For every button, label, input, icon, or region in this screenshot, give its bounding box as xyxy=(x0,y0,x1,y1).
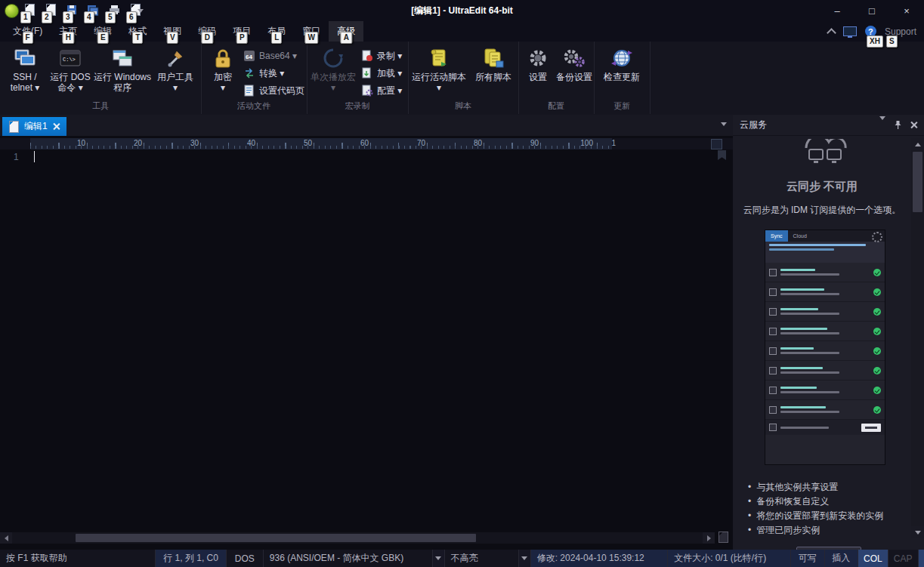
backup-gears-icon xyxy=(563,45,586,72)
ultraedit-window: { "titlebar": { "title": "[编辑1] - UltraE… xyxy=(0,0,924,567)
tab-advanced[interactable]: 高级A xyxy=(329,21,363,42)
vscroll-thumb[interactable] xyxy=(913,152,922,212)
tab-view[interactable]: 视图V xyxy=(155,21,190,42)
resize-grip xyxy=(919,550,924,567)
status-line-ending[interactable]: DOS xyxy=(227,550,264,567)
browse-file-icon[interactable] xyxy=(718,532,728,543)
keytip-badge: F xyxy=(23,32,33,44)
all-scripts-button[interactable]: 所有脚本 xyxy=(471,44,515,100)
thumb-tab-bar: Sync Cloud xyxy=(765,230,885,242)
list-item: 将您的设置部署到新安装的实例 xyxy=(748,509,906,523)
run-dos-command-button[interactable]: C:\> 运行 DOS 命令 ▾ xyxy=(48,44,92,100)
play-macro-icon xyxy=(322,45,345,72)
tab-layout[interactable]: 布局L xyxy=(259,21,294,42)
document-tab-edit1[interactable]: 编辑1 xyxy=(2,117,66,136)
run-active-script-button[interactable]: 运行活动脚本 ▾ xyxy=(409,44,468,100)
base64-button[interactable]: 64 Base64 ▾ xyxy=(243,48,297,63)
list-item: 管理已同步实例 xyxy=(748,523,906,538)
ssh-telnet-button[interactable]: SSH / telnet ▾ xyxy=(3,44,47,100)
qat-new-file-button[interactable]: 1 xyxy=(23,3,36,17)
qat-open-file-button[interactable]: 2 xyxy=(44,3,57,17)
tab-file[interactable]: 文件(F)F xyxy=(5,21,51,42)
display-layout-icon[interactable] xyxy=(843,26,857,36)
group-label-scripts: 脚本 xyxy=(408,100,518,112)
support-link[interactable]: SupportS xyxy=(885,26,916,37)
collapse-ribbon-button[interactable] xyxy=(828,27,835,36)
status-col-toggle[interactable]: COL xyxy=(858,550,888,567)
panel-title: 云服务 xyxy=(740,119,767,131)
qat-save-all-button[interactable]: 4 xyxy=(86,3,100,17)
highlight-dropdown-button[interactable] xyxy=(519,550,531,567)
windows-program-icon xyxy=(111,45,134,72)
settings-button[interactable]: 设置 xyxy=(521,44,555,100)
thumb-info-strip xyxy=(765,242,885,263)
user-tools-button[interactable]: 用户工具 ▾ xyxy=(153,44,198,100)
tab-window[interactable]: 窗口W xyxy=(294,21,329,42)
hscroll-track[interactable] xyxy=(12,532,703,544)
ruler-number: 50 xyxy=(291,139,312,147)
list-item: 与其他实例共享设置 xyxy=(748,480,906,495)
macro-config-button[interactable]: 配置 ▾ xyxy=(361,83,402,98)
close-panel-icon[interactable] xyxy=(910,122,917,128)
keytip-badge: 2 xyxy=(42,11,52,23)
qat-save-button[interactable]: 3 xyxy=(65,3,79,17)
keytip-badge: V xyxy=(167,32,178,44)
run-script-icon xyxy=(428,45,450,72)
hscroll-thumb[interactable] xyxy=(76,534,476,542)
pin-icon[interactable] xyxy=(894,120,902,130)
cloud-sync-illustration xyxy=(783,139,874,177)
panel-menu-button[interactable] xyxy=(879,120,885,131)
check-updates-button[interactable]: 检查更新 xyxy=(597,44,647,100)
tab-home[interactable]: 主页H xyxy=(51,21,85,42)
minimize-button[interactable]: – xyxy=(820,0,854,21)
tab-coding[interactable]: 编码D xyxy=(190,21,224,42)
vertical-scrollbar[interactable] xyxy=(911,138,924,538)
globe-update-icon xyxy=(610,45,633,72)
status-cap-toggle[interactable]: CAP xyxy=(888,550,919,567)
backup-settings-button[interactable]: 备份设置 xyxy=(556,44,592,100)
keytip-badge: T xyxy=(132,32,143,44)
scroll-up-button[interactable] xyxy=(911,138,924,150)
tab-project[interactable]: 项目P xyxy=(224,21,259,42)
ruler-number: 90 xyxy=(518,139,539,147)
convert-button[interactable]: 转换 ▾ xyxy=(243,66,284,81)
encoding-dropdown-button[interactable] xyxy=(433,550,445,567)
close-tab-icon[interactable] xyxy=(53,123,60,130)
ruler-number: 20 xyxy=(121,139,142,147)
arrow-left-icon xyxy=(5,535,8,541)
ultraedit-logo-icon xyxy=(5,4,19,18)
qat-customize-button[interactable] xyxy=(138,9,143,13)
chevron-down-icon xyxy=(138,9,144,13)
group-label-update: 更新 xyxy=(594,100,650,112)
status-writable-toggle[interactable]: 可写 xyxy=(791,550,824,567)
status-insert-toggle[interactable]: 插入 xyxy=(825,550,858,567)
tab-edit[interactable]: 编辑E xyxy=(85,21,120,42)
scroll-down-button[interactable] xyxy=(911,526,924,538)
set-codepage-button[interactable]: 设置代码页 xyxy=(243,83,304,98)
ribbon-group-macro: 单次播放宏 ▾ 录制 ▾ 加载 ▾ 配置 ▾ 宏录制 xyxy=(307,42,409,114)
qat-print-button[interactable]: 5 xyxy=(107,3,121,17)
codepage-icon xyxy=(243,85,255,97)
ribbon-group-active-file: 加密 ▾ 64 Base64 ▾ 转换 ▾ 设置代码页 活动文件 xyxy=(201,42,307,114)
ssh-telnet-icon xyxy=(14,45,36,72)
status-encoding[interactable]: 936 (ANSI/OEM - 简体中文 GBK) xyxy=(264,550,433,567)
record-macro-button[interactable]: 录制 ▾ xyxy=(361,48,402,63)
ribbon-group-update: 检查更新 更新 xyxy=(594,42,651,114)
run-windows-program-button[interactable]: 运行 Windows 程序 xyxy=(94,44,151,100)
ruler-options-icon[interactable] xyxy=(711,139,722,149)
horizontal-scrollbar[interactable] xyxy=(0,532,715,544)
help-button[interactable]: ?XH xyxy=(865,26,876,37)
tab-format[interactable]: 格式T xyxy=(120,21,155,42)
thumb-footer xyxy=(765,420,885,435)
status-highlight-mode[interactable]: 不高亮 xyxy=(445,550,519,567)
scroll-right-button[interactable] xyxy=(703,532,715,544)
load-macro-button[interactable]: 加载 ▾ xyxy=(361,66,402,81)
tab-list-button[interactable] xyxy=(721,122,727,126)
scroll-left-button[interactable] xyxy=(0,532,12,544)
encrypt-button[interactable]: 加密 ▾ xyxy=(206,44,240,100)
maximize-button[interactable]: □ xyxy=(854,0,889,21)
chevron-down-icon xyxy=(435,556,441,560)
play-macro-once-button[interactable]: 单次播放宏 ▾ xyxy=(308,44,358,100)
editor-area[interactable]: 10 20 30 40 50 60 70 80 90 100 1 1 xyxy=(0,136,733,550)
close-button[interactable]: × xyxy=(889,0,924,21)
